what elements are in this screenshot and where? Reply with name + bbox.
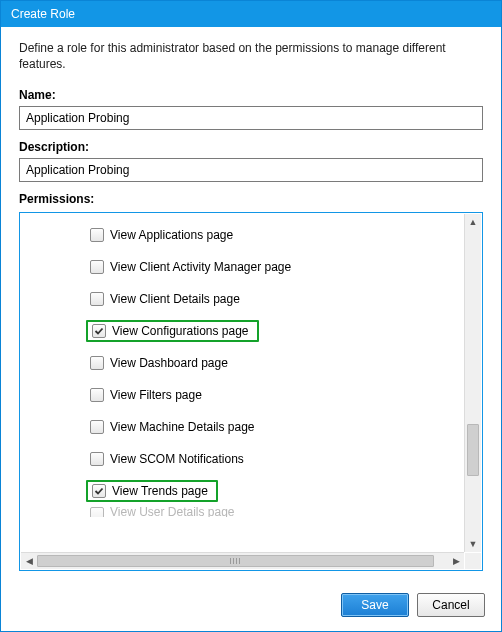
permissions-label: Permissions:	[19, 192, 483, 206]
permission-label: View Client Activity Manager page	[110, 260, 291, 274]
permission-label: View User Details page	[110, 507, 235, 517]
permission-label: View Dashboard page	[110, 356, 228, 370]
scroll-down-arrow[interactable]: ▼	[465, 536, 481, 552]
permission-row: View Trends page	[20, 475, 465, 507]
permission-label: View Trends page	[112, 484, 208, 498]
vertical-scroll-thumb[interactable]	[467, 424, 479, 476]
highlight-box: View Trends page	[86, 480, 218, 502]
permission-checkbox[interactable]	[90, 452, 104, 466]
permission-row: View Machine Details page	[20, 411, 465, 443]
permission-row-partial: View User Details page	[20, 507, 465, 517]
permission-checkbox[interactable]	[90, 260, 104, 274]
description-input[interactable]	[19, 158, 483, 182]
permission-checkbox[interactable]	[92, 484, 106, 498]
permission-row: View Client Details page	[20, 283, 465, 315]
permission-checkbox[interactable]	[90, 292, 104, 306]
window-titlebar: Create Role	[1, 1, 501, 27]
permission-row: View SCOM Notifications	[20, 443, 465, 475]
intro-text: Define a role for this administrator bas…	[19, 41, 483, 72]
scroll-right-arrow[interactable]: ▶	[448, 553, 464, 569]
permission-label: View Client Details page	[110, 292, 240, 306]
permission-checkbox[interactable]	[90, 507, 104, 517]
window-title: Create Role	[11, 7, 75, 21]
permission-label: View SCOM Notifications	[110, 452, 244, 466]
permission-label: View Configurations page	[112, 324, 249, 338]
permission-checkbox[interactable]	[90, 388, 104, 402]
cancel-button[interactable]: Cancel	[417, 593, 485, 617]
scroll-up-arrow[interactable]: ▲	[465, 214, 481, 230]
horizontal-scrollbar[interactable]: ◀ ▶	[21, 552, 464, 569]
permission-label: View Machine Details page	[110, 420, 255, 434]
scroll-left-arrow[interactable]: ◀	[21, 553, 37, 569]
permission-row: View Configurations page	[20, 315, 465, 347]
name-label: Name:	[19, 88, 483, 102]
permission-checkbox[interactable]	[90, 356, 104, 370]
permission-row: View Client Activity Manager page	[20, 251, 465, 283]
permission-checkbox[interactable]	[90, 420, 104, 434]
description-label: Description:	[19, 140, 483, 154]
permissions-listbox[interactable]: View Applications pageView Client Activi…	[19, 212, 483, 571]
permission-row: View Applications page	[20, 219, 465, 251]
highlight-box: View Configurations page	[86, 320, 259, 342]
scroll-corner	[465, 553, 481, 569]
horizontal-scroll-thumb[interactable]	[37, 555, 434, 567]
permission-row: View Dashboard page	[20, 347, 465, 379]
vertical-scrollbar[interactable]: ▲ ▼	[464, 214, 481, 552]
permission-checkbox[interactable]	[90, 228, 104, 242]
permission-label: View Filters page	[110, 388, 202, 402]
name-input[interactable]	[19, 106, 483, 130]
permission-label: View Applications page	[110, 228, 233, 242]
dialog-footer: Save Cancel	[1, 583, 501, 631]
permission-row: View Filters page	[20, 379, 465, 411]
save-button[interactable]: Save	[341, 593, 409, 617]
permission-checkbox[interactable]	[92, 324, 106, 338]
